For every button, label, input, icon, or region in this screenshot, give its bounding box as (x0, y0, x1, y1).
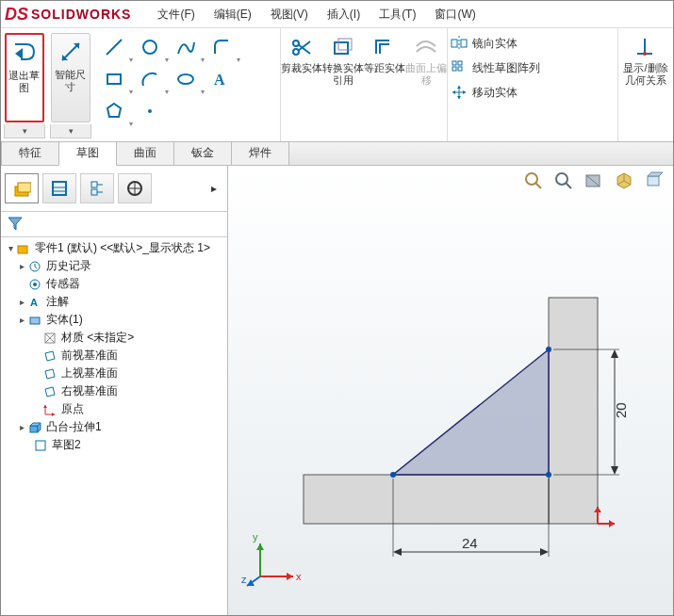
trim-button[interactable]: 剪裁实体 (281, 28, 322, 141)
dimension-vertical-value: 20 (613, 402, 629, 418)
tree-boss-extrude-label: 凸台-拉伸1 (46, 419, 102, 435)
point-tool[interactable] (240, 32, 274, 62)
app-window: DS SOLIDWORKS 文件(F) 编辑(E) 视图(V) 插入(I) 工具… (0, 0, 674, 616)
mirror-label: 镜向实体 (472, 36, 518, 52)
main-area: ▸ ▾ 零件1 (默认) <<默认>_显示状态 1> ▸ 历史记录 (1, 166, 673, 615)
coordinate-triad: x y z (241, 529, 307, 598)
tree-sensors[interactable]: 传感器 (5, 275, 227, 293)
svg-rect-20 (458, 67, 462, 71)
offset-surface-label: 曲面上偏移 (405, 62, 447, 87)
sketch-tools-grid: ▾ ▾ ▾ ▾ ▾ ▾ ▾ A ▾ (93, 28, 281, 141)
tree-top-plane-label: 上视基准面 (61, 365, 118, 381)
tree-solid-bodies-label: 实体(1) (46, 312, 83, 328)
svg-rect-15 (452, 40, 457, 47)
ellipse-tool[interactable]: ▾ (169, 64, 203, 94)
linear-pattern-row[interactable]: 线性草图阵列 (450, 58, 540, 77)
svg-marker-6 (107, 104, 121, 117)
smart-dim-button[interactable]: 智能尺寸 (51, 33, 90, 122)
panel-tab-config[interactable] (80, 173, 114, 203)
plane-icon (42, 366, 58, 381)
svg-rect-26 (53, 182, 66, 195)
relations-label: 显示/删除几何关系 (618, 62, 673, 87)
offset-surface-button[interactable]: 曲面上偏移 (405, 28, 447, 141)
line-tool[interactable]: ▾ (97, 32, 131, 62)
annotations-icon: A (27, 295, 42, 310)
slot-tool[interactable] (240, 64, 274, 94)
part-icon (16, 241, 31, 256)
tab-feature[interactable]: 特征 (1, 141, 59, 165)
point2-tool[interactable] (133, 96, 167, 126)
tree-top-plane[interactable]: 上视基准面 (5, 365, 227, 382)
scissors-icon (288, 34, 315, 60)
tree-material[interactable]: 材质 <未指定> (5, 329, 227, 347)
command-tabs: 特征 草图 曲面 钣金 焊件 (1, 142, 673, 166)
menu-view[interactable]: 视图(V) (261, 5, 318, 24)
tree-origin[interactable]: 原点 (5, 400, 227, 418)
convert-button[interactable]: 转换实体引用 (322, 28, 364, 141)
tree-sketch2[interactable]: 草图2 (5, 436, 227, 454)
exit-sketch-icon (10, 39, 39, 67)
svg-rect-47 (30, 426, 38, 432)
tree-sensors-label: 传感器 (46, 276, 80, 292)
origin-icon (42, 402, 58, 417)
display-delete-relations-button[interactable]: 显示/删除几何关系 (617, 28, 673, 141)
polygon-tool[interactable]: ▾ (97, 96, 131, 126)
exit-sketch-dropdown[interactable] (4, 124, 45, 138)
tree-right-plane[interactable]: 右视基准面 (5, 382, 227, 400)
tree-boss-extrude[interactable]: ▸ 凸台-拉伸1 (5, 418, 227, 436)
svg-point-59 (390, 472, 396, 478)
plane-icon (42, 349, 58, 364)
tree-root-label: 零件1 (默认) <<默认>_显示状态 1> (35, 240, 210, 256)
svg-rect-30 (91, 189, 97, 195)
tab-surface[interactable]: 曲面 (116, 141, 174, 165)
graphics-viewport[interactable]: 20 24 (228, 166, 673, 615)
svg-text:A: A (30, 297, 38, 308)
svg-rect-17 (452, 61, 456, 65)
menu-tools[interactable]: 工具(T) (370, 5, 425, 24)
tab-sketch[interactable]: 草图 (58, 141, 117, 166)
svg-rect-56 (549, 298, 598, 524)
panel-tab-feature-tree[interactable] (5, 173, 39, 203)
text-tool[interactable]: A (205, 64, 238, 94)
menu-window[interactable]: 窗口(W) (425, 5, 485, 24)
tree-root[interactable]: ▾ 零件1 (默认) <<默认>_显示状态 1> (5, 239, 227, 257)
menu-edit[interactable]: 编辑(E) (205, 5, 261, 24)
menu-file[interactable]: 文件(F) (148, 5, 204, 24)
mirror-row[interactable]: 镜向实体 (450, 34, 540, 53)
tree-history[interactable]: ▸ 历史记录 (5, 257, 227, 275)
tree-annotations[interactable]: ▸ A 注解 (5, 293, 227, 311)
smart-dim-dropdown[interactable] (50, 124, 91, 138)
panel-tab-dimxpert[interactable] (118, 173, 152, 203)
ribbon: 退出草图 智能尺寸 ▾ ▾ ▾ ▾ ▾ ▾ ▾ A ▾ (1, 28, 673, 142)
svg-rect-16 (461, 40, 467, 47)
svg-rect-25 (18, 183, 31, 192)
menu-insert[interactable]: 插入(I) (318, 5, 370, 24)
svg-line-1 (107, 40, 122, 55)
panel-tab-property[interactable] (42, 173, 76, 203)
panel-tab-more[interactable]: ▸ (205, 174, 223, 203)
plane-tool[interactable] (169, 96, 203, 126)
move-row[interactable]: 移动实体 (450, 83, 540, 102)
material-icon (42, 331, 58, 346)
rectangle-tool[interactable]: ▾ (97, 64, 131, 94)
mirror-icon (450, 34, 469, 53)
tree-solid-bodies[interactable]: ▸ 实体(1) (5, 311, 227, 329)
exit-sketch-button[interactable]: 退出草图 (5, 33, 44, 122)
svg-point-23 (643, 52, 647, 56)
ribbon-list-edit: 镜向实体 线性草图阵列 移动实体 (447, 28, 542, 141)
tab-weldment[interactable]: 焊件 (231, 141, 289, 165)
arc-tool[interactable]: ▾ (133, 64, 167, 94)
funnel-icon[interactable] (7, 215, 24, 235)
circle-tool[interactable]: ▾ (133, 32, 167, 62)
ribbon-group-sketch-exit: 退出草图 (1, 28, 47, 141)
fillet-tool[interactable]: ▾ (205, 32, 238, 62)
sketch-origin (594, 507, 615, 527)
svg-rect-41 (30, 317, 40, 324)
spline-tool[interactable]: ▾ (169, 32, 203, 62)
offset-button[interactable]: 等距实体 (364, 28, 405, 141)
history-icon (27, 259, 42, 274)
svg-marker-58 (393, 349, 549, 475)
tree-filter-row (1, 212, 227, 237)
tab-sheetmetal[interactable]: 钣金 (173, 141, 232, 165)
tree-front-plane[interactable]: 前视基准面 (5, 347, 227, 365)
